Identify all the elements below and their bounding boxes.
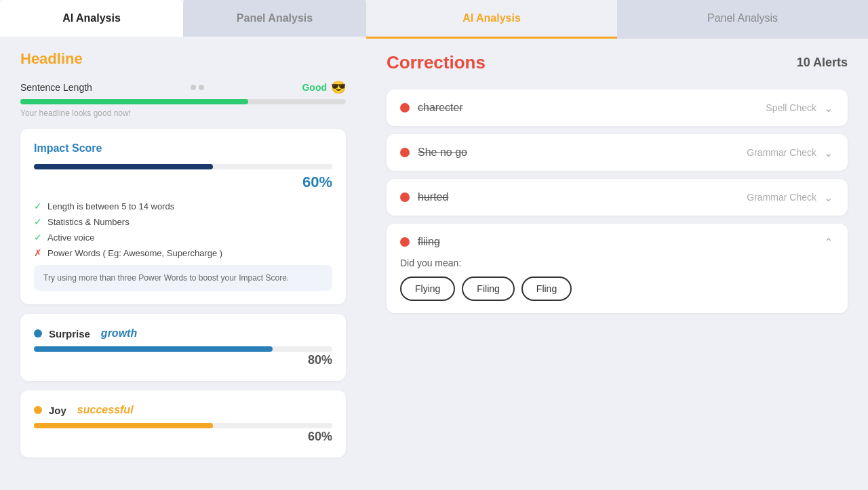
sentence-length-dots xyxy=(92,85,302,90)
impact-bar xyxy=(34,164,332,169)
surprise-bar xyxy=(34,346,332,352)
surprise-bar-fill xyxy=(34,346,273,352)
surprise-keyword: growth xyxy=(101,327,137,340)
suggestion-btn-fling[interactable]: Fling xyxy=(521,277,572,301)
joy-bar xyxy=(34,423,332,428)
joy-keyword: successful xyxy=(77,404,134,416)
checklist-item-2: ✓ Active voice xyxy=(34,232,332,243)
red-dot-2 xyxy=(400,192,410,202)
correction-expanded-3: Did you mean: Flying Filing Fling xyxy=(400,258,834,301)
dot-2 xyxy=(199,85,204,90)
checklist-item-0: ✓ Length is between 5 to 14 words xyxy=(34,201,332,211)
correction-right-0: Spell Check ⌄ xyxy=(766,102,834,114)
red-dot-3 xyxy=(400,237,410,247)
tab-panel-analysis-left-label: Panel Analysis xyxy=(237,12,313,24)
correction-card-header-1: She no go Grammar Check ⌄ xyxy=(400,146,834,159)
surprise-card: Surprise growth 80% xyxy=(20,314,346,381)
correction-type-1: Grammar Check xyxy=(747,147,816,158)
left-tabs: AI Analysis Panel Analysis xyxy=(0,0,366,37)
sentence-length-bar xyxy=(20,99,346,104)
right-content: Corrections 10 Alerts charecter Spell Ch… xyxy=(366,52,868,335)
checklist-text-3: Power Words ( Eg: Awesome, Supercharge ) xyxy=(47,248,222,258)
did-you-mean-3: Did you mean: xyxy=(400,258,834,268)
right-panel: AI Analysis Panel Analysis Corrections 1… xyxy=(366,0,868,490)
correction-left-2: hurted xyxy=(400,191,448,203)
correction-card-1: She no go Grammar Check ⌄ xyxy=(387,134,848,171)
checklist-text-0: Length is between 5 to 14 words xyxy=(47,201,174,211)
red-dot-0 xyxy=(400,103,410,113)
alerts-count: 10 Alerts xyxy=(797,56,848,70)
hint-box: Try using more than three Power Words to… xyxy=(34,265,332,291)
good-label: Good xyxy=(302,82,327,93)
correction-word-0: charecter xyxy=(418,102,463,114)
check-icon-2: ✓ xyxy=(34,232,42,243)
surprise-label: Surprise xyxy=(49,328,90,340)
correction-card-3: fliing ⌃ Did you mean: Flying Filing Fli… xyxy=(387,224,848,313)
impact-percent: 60% xyxy=(34,173,332,191)
hint-text: Try using more than three Power Words to… xyxy=(43,273,289,283)
correction-left-0: charecter xyxy=(400,102,463,114)
joy-label: Joy xyxy=(49,405,66,416)
correction-left-3: fliing xyxy=(400,236,440,248)
left-content: Headline Sentence Length Good 😎 Your hea… xyxy=(0,50,366,481)
checklist-item-3: ✗ Power Words ( Eg: Awesome, Supercharge… xyxy=(34,247,332,258)
joy-percent: 60% xyxy=(34,430,332,444)
tab-ai-analysis-left-label: AI Analysis xyxy=(62,12,121,24)
checklist-text-2: Active voice xyxy=(47,232,94,243)
correction-card-header-0: charecter Spell Check ⌄ xyxy=(400,102,834,114)
impact-score-card: Impact Score 60% ✓ Length is between 5 t… xyxy=(20,129,346,304)
correction-right-3: ⌃ xyxy=(822,236,834,248)
sentence-length-label: Sentence Length xyxy=(20,82,92,93)
sentence-length-bar-fill xyxy=(20,99,248,104)
correction-card-2: hurted Grammar Check ⌄ xyxy=(387,179,848,216)
dot-1 xyxy=(191,85,196,90)
check-icon-1: ✓ xyxy=(34,216,42,227)
correction-right-1: Grammar Check ⌄ xyxy=(747,146,834,159)
correction-type-2: Grammar Check xyxy=(747,192,816,203)
correction-word-2: hurted xyxy=(418,191,448,203)
tab-panel-analysis-right-label: Panel Analysis xyxy=(707,12,778,24)
correction-left-1: She no go xyxy=(400,146,467,159)
good-emoji: 😎 xyxy=(331,80,346,95)
checklist-item-1: ✓ Statistics & Numbers xyxy=(34,216,332,227)
correction-card-header-3: fliing ⌃ xyxy=(400,236,834,248)
corrections-header: Corrections 10 Alerts xyxy=(387,52,848,73)
joy-row: Joy successful xyxy=(34,404,332,416)
headline-title: Headline xyxy=(20,50,346,68)
impact-score-title: Impact Score xyxy=(34,142,332,155)
joy-dot xyxy=(34,406,42,414)
chevron-up-icon-3[interactable]: ⌃ xyxy=(822,236,834,248)
correction-word-1: She no go xyxy=(418,146,467,159)
sentence-length-row: Sentence Length Good 😎 xyxy=(20,80,346,95)
correction-card-header-2: hurted Grammar Check ⌄ xyxy=(400,191,834,203)
tab-panel-analysis-right[interactable]: Panel Analysis xyxy=(617,0,868,39)
joy-bar-fill xyxy=(34,423,213,428)
surprise-percent: 80% xyxy=(34,353,332,367)
headline-looks-good-text: Your headline looks good now! xyxy=(20,108,346,118)
correction-word-3: fliing xyxy=(418,236,440,248)
checklist-text-1: Statistics & Numbers xyxy=(47,217,130,227)
correction-right-2: Grammar Check ⌄ xyxy=(747,191,834,203)
suggestion-btn-flying[interactable]: Flying xyxy=(400,277,455,301)
surprise-dot xyxy=(34,329,42,338)
left-panel: AI Analysis Panel Analysis Headline Sent… xyxy=(0,0,366,490)
surprise-row: Surprise growth xyxy=(34,327,332,340)
correction-card-0: charecter Spell Check ⌄ xyxy=(387,89,848,126)
red-dot-1 xyxy=(400,148,410,157)
suggestion-btn-filing[interactable]: Filing xyxy=(462,277,514,301)
chevron-down-icon-2[interactable]: ⌄ xyxy=(822,191,834,203)
correction-type-0: Spell Check xyxy=(766,102,816,113)
tab-ai-analysis-right-label: AI Analysis xyxy=(462,12,521,24)
cross-icon-3: ✗ xyxy=(34,247,42,258)
chevron-down-icon-1[interactable]: ⌄ xyxy=(822,146,834,159)
right-tabs: AI Analysis Panel Analysis xyxy=(366,0,868,39)
check-icon-0: ✓ xyxy=(34,201,42,211)
tab-ai-analysis-right[interactable]: AI Analysis xyxy=(366,0,617,39)
chevron-down-icon-0[interactable]: ⌄ xyxy=(822,102,834,114)
tab-panel-analysis-left[interactable]: Panel Analysis xyxy=(183,0,366,37)
suggestion-buttons-3: Flying Filing Fling xyxy=(400,277,834,301)
joy-card: Joy successful 60% xyxy=(20,390,346,457)
impact-bar-fill xyxy=(34,164,213,169)
tab-ai-analysis-left[interactable]: AI Analysis xyxy=(0,0,183,37)
corrections-title: Corrections xyxy=(387,52,486,73)
